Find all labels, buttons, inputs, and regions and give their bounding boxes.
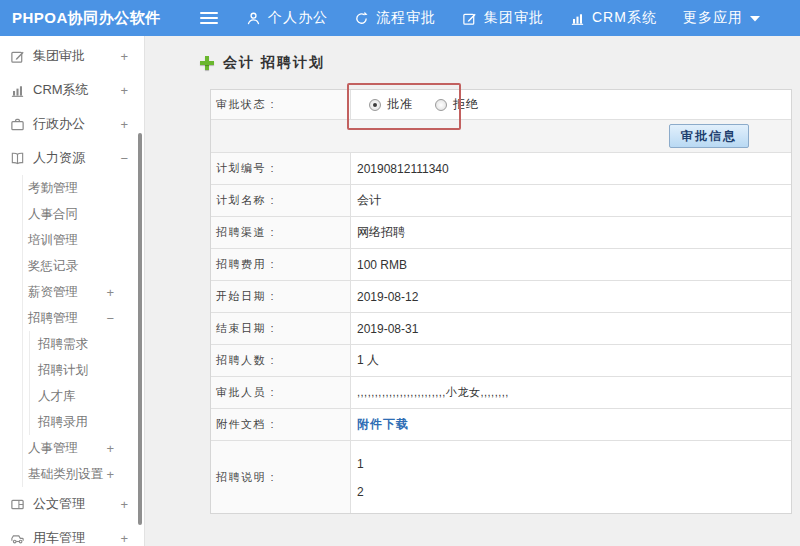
sidebar-item-group-approval[interactable]: 集团审批 +: [0, 39, 144, 73]
sidebar-item-recruit-mgmt[interactable]: 招聘管理 −: [23, 305, 144, 331]
nav-label: 个人办公: [268, 9, 328, 27]
bar-chart-icon: [10, 82, 26, 98]
nav-label: 流程审批: [376, 9, 436, 27]
row-label: 招聘说明 :: [211, 441, 351, 513]
row-value: 会计: [351, 185, 791, 216]
row-value: 20190812111340: [351, 153, 791, 184]
table-row-approvers: 审批人员 : ,,,,,,,,,,,,,,,,,,,,,,,,,小龙女,,,,,…: [211, 377, 791, 409]
row-label: 审批人员 :: [211, 377, 351, 408]
row-value: 1 人: [351, 345, 791, 376]
table-row-headcount: 招聘人数 : 1 人: [211, 345, 791, 377]
sidebar-item-hr-contract[interactable]: 人事合同: [23, 201, 144, 227]
sidebar-item-label: 公文管理: [33, 495, 85, 513]
table-row-attachment: 附件文档 : 附件下载: [211, 409, 791, 441]
edit-icon: [462, 11, 477, 26]
radio-reject[interactable]: [435, 99, 447, 111]
refresh-icon: [354, 11, 369, 26]
row-value: ,,,,,,,,,,,,,,,,,,,,,,,,,小龙女,,,,,,,,: [351, 377, 791, 408]
sidebar-item-label: 人事合同: [28, 206, 78, 223]
edit-icon: [10, 48, 26, 64]
expand-icon[interactable]: +: [106, 467, 114, 482]
radio-approve[interactable]: [369, 99, 381, 111]
sidebar-item-recruit-hire[interactable]: 招聘录用: [30, 409, 144, 435]
row-label: 开始日期 :: [211, 281, 351, 312]
expand-icon[interactable]: +: [120, 49, 128, 64]
row-value: 网络招聘: [351, 217, 791, 248]
sidebar-item-label: 薪资管理: [28, 284, 78, 301]
expand-icon[interactable]: +: [120, 83, 128, 98]
row-label: 招聘人数 :: [211, 345, 351, 376]
row-label: 结束日期 :: [211, 313, 351, 344]
sidebar-item-label: 招聘管理: [28, 310, 78, 327]
sidebar-item-personnel-mgmt[interactable]: 人事管理 +: [23, 435, 144, 461]
radio-reject-label[interactable]: 拒绝: [453, 96, 479, 113]
sidebar-item-human-resources[interactable]: 人力资源 −: [0, 141, 144, 175]
nav-personal-office[interactable]: 个人办公: [246, 9, 328, 27]
sidebar-item-crm[interactable]: CRM系统 +: [0, 73, 144, 107]
row-value: 2019-08-31: [351, 313, 791, 344]
hr-submenu: 考勤管理 人事合同 培训管理 奖惩记录 薪资管理 + 招聘管理 − 招聘需求 招…: [22, 175, 144, 487]
caret-down-icon: [750, 15, 760, 22]
sidebar-item-attendance[interactable]: 考勤管理: [23, 175, 144, 201]
sidebar-item-document-mgmt[interactable]: 公文管理 +: [0, 487, 144, 521]
sidebar-item-label: 人才库: [38, 388, 76, 405]
sidebar-item-recruit-plan[interactable]: 招聘计划: [30, 357, 144, 383]
nav-group-approval[interactable]: 集团审批: [462, 9, 544, 27]
sidebar-item-vehicle-mgmt[interactable]: 用车管理 +: [0, 521, 144, 546]
page-title: 会计 招聘计划: [223, 54, 325, 72]
row-label: 审批状态 :: [211, 90, 351, 119]
row-label: 招聘渠道 :: [211, 217, 351, 248]
sidebar-scrollbar-thumb[interactable]: [138, 133, 142, 525]
expand-icon[interactable]: +: [120, 531, 128, 546]
sidebar-item-label: 人力资源: [33, 149, 85, 167]
sidebar-item-talent-pool[interactable]: 人才库: [30, 383, 144, 409]
expand-icon[interactable]: +: [106, 285, 114, 300]
table-row-plan-number: 计划编号 : 20190812111340: [211, 153, 791, 185]
sidebar-item-admin-office[interactable]: 行政办公 +: [0, 107, 144, 141]
sidebar-item-reward-punish[interactable]: 奖惩记录: [23, 253, 144, 279]
attachment-download-link[interactable]: 附件下载: [357, 416, 409, 433]
sidebar-item-training[interactable]: 培训管理: [23, 227, 144, 253]
table-row-status: 审批状态 : 批准 拒绝: [211, 90, 791, 120]
collapse-icon[interactable]: −: [120, 151, 128, 166]
sidebar-item-label: 人事管理: [28, 440, 78, 457]
table-row-recruit-cost: 招聘费用 : 100 RMB: [211, 249, 791, 281]
memo-line-1: 1: [357, 450, 364, 478]
app-logo: PHPOA协同办公软件: [0, 9, 188, 28]
approval-info-button[interactable]: 审批信息: [669, 124, 749, 148]
recruit-submenu: 招聘需求 招聘计划 人才库 招聘录用: [29, 331, 144, 435]
collapse-icon[interactable]: −: [106, 311, 114, 326]
row-value: 100 RMB: [351, 249, 791, 280]
table-row-description: 招聘说明 : 1 2: [211, 441, 791, 513]
status-radio-group: 批准 拒绝: [351, 90, 791, 119]
nav-label: CRM系统: [592, 9, 657, 27]
nav-label: 集团审批: [484, 9, 544, 27]
sidebar-item-label: 奖惩记录: [28, 258, 78, 275]
sidebar-item-label: 基础类别设置: [28, 466, 103, 483]
expand-icon[interactable]: +: [120, 497, 128, 512]
bar-chart-icon: [570, 11, 585, 26]
sidebar-item-base-category[interactable]: 基础类别设置 +: [23, 461, 144, 487]
memo-line-2: 2: [357, 478, 364, 506]
table-row-end-date: 结束日期 : 2019-08-31: [211, 313, 791, 345]
sidebar-item-label: 行政办公: [33, 115, 85, 133]
sidebar-item-label: 考勤管理: [28, 180, 78, 197]
sidebar-item-label: 集团审批: [33, 47, 85, 65]
sidebar-item-label: CRM系统: [33, 81, 89, 99]
table-row-plan-name: 计划名称 : 会计: [211, 185, 791, 217]
nav-crm-system[interactable]: CRM系统: [570, 9, 657, 27]
radio-approve-label[interactable]: 批准: [387, 96, 413, 113]
menu-toggle-icon[interactable]: [200, 12, 218, 24]
sidebar-item-salary[interactable]: 薪资管理 +: [23, 279, 144, 305]
sidebar-item-recruit-demand[interactable]: 招聘需求: [30, 331, 144, 357]
row-label: 附件文档 :: [211, 409, 351, 440]
sidebar-item-label: 招聘需求: [38, 336, 88, 353]
sidebar-item-label: 培训管理: [28, 232, 78, 249]
nav-more-apps[interactable]: 更多应用: [683, 9, 760, 27]
sidebar: 集团审批 + CRM系统 + 行政办公 + 人力资源 − 考勤管理 人事合同 培…: [0, 36, 145, 546]
expand-icon[interactable]: +: [106, 441, 114, 456]
expand-icon[interactable]: +: [120, 117, 128, 132]
nav-workflow-approval[interactable]: 流程审批: [354, 9, 436, 27]
top-nav: 个人办公 流程审批 集团审批 CRM系统 更多应用: [246, 9, 786, 27]
row-label: 计划编号 :: [211, 153, 351, 184]
